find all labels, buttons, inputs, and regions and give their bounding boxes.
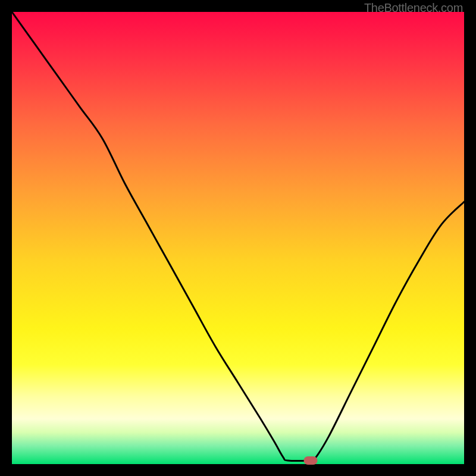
watermark-text: TheBottleneck.com xyxy=(364,1,463,15)
plot-area xyxy=(12,12,464,464)
chart-container: TheBottleneck.com xyxy=(0,0,476,476)
optimal-marker xyxy=(303,456,317,465)
bottleneck-curve xyxy=(12,12,464,464)
